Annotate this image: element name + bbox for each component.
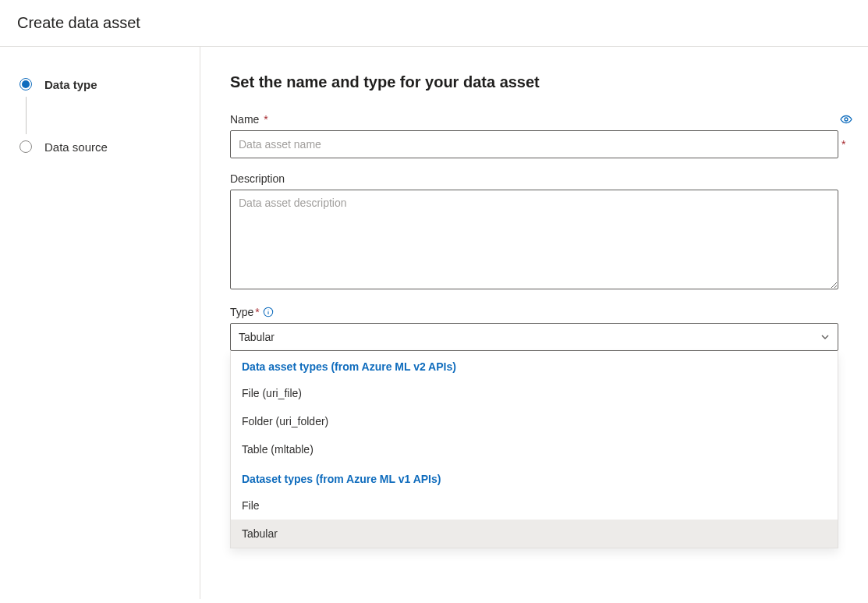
name-field-group: Name * * bbox=[230, 113, 852, 158]
radio-icon bbox=[19, 78, 32, 90]
section-title: Set the name and type for your data asse… bbox=[230, 73, 852, 91]
svg-point-0 bbox=[845, 118, 848, 121]
info-icon[interactable] bbox=[263, 307, 274, 317]
page-title: Create data asset bbox=[17, 14, 140, 31]
step-connector bbox=[26, 97, 27, 134]
step-data-source[interactable]: Data source bbox=[19, 137, 200, 156]
description-label: Description bbox=[230, 172, 285, 185]
type-label: Type bbox=[230, 306, 253, 318]
description-textarea[interactable] bbox=[230, 190, 838, 289]
dropdown-group-header: Dataset types (from Azure ML v1 APIs) bbox=[231, 463, 838, 491]
main-panel: Set the name and type for your data asse… bbox=[200, 47, 868, 599]
dropdown-group-header: Data asset types (from Azure ML v2 APIs) bbox=[231, 351, 838, 379]
dropdown-option-uri-file[interactable]: File (uri_file) bbox=[231, 379, 838, 407]
type-select[interactable]: Tabular bbox=[230, 323, 838, 351]
required-marker: * bbox=[264, 113, 267, 126]
label-row: Name * bbox=[230, 113, 852, 126]
body: Data type Data source Set the name and t… bbox=[0, 47, 868, 599]
dropdown-option-uri-folder[interactable]: Folder (uri_folder) bbox=[231, 407, 838, 435]
visibility-eye-icon[interactable] bbox=[840, 113, 852, 126]
step-label: Data type bbox=[44, 78, 97, 91]
step-label: Data source bbox=[44, 140, 108, 154]
sidebar: Data type Data source bbox=[0, 47, 200, 599]
type-dropdown: Data asset types (from Azure ML v2 APIs)… bbox=[230, 351, 838, 548]
required-marker: * bbox=[255, 306, 259, 318]
label-row: Description bbox=[230, 172, 852, 185]
dropdown-option-mltable[interactable]: Table (mltable) bbox=[231, 435, 838, 463]
required-marker-after: * bbox=[841, 130, 845, 158]
radio-icon bbox=[19, 140, 32, 153]
type-select-wrap: Tabular Data asset types (from Azure ML … bbox=[230, 323, 838, 351]
type-field-group: Type * Tabular bbox=[230, 306, 852, 351]
description-field-group: Description bbox=[230, 172, 852, 292]
label-row: Type * bbox=[230, 306, 852, 318]
svg-point-3 bbox=[267, 310, 268, 310]
step-data-type[interactable]: Data type bbox=[19, 75, 200, 94]
name-input[interactable] bbox=[230, 130, 838, 158]
name-label-wrap: Name * bbox=[230, 113, 268, 126]
page-header: Create data asset bbox=[0, 0, 868, 47]
name-label: Name bbox=[230, 113, 259, 126]
name-input-wrap: * bbox=[230, 130, 852, 158]
dropdown-option-tabular[interactable]: Tabular bbox=[231, 520, 838, 548]
dropdown-option-file[interactable]: File bbox=[231, 491, 838, 520]
chevron-down-icon bbox=[820, 332, 830, 342]
type-select-value: Tabular bbox=[239, 331, 275, 343]
